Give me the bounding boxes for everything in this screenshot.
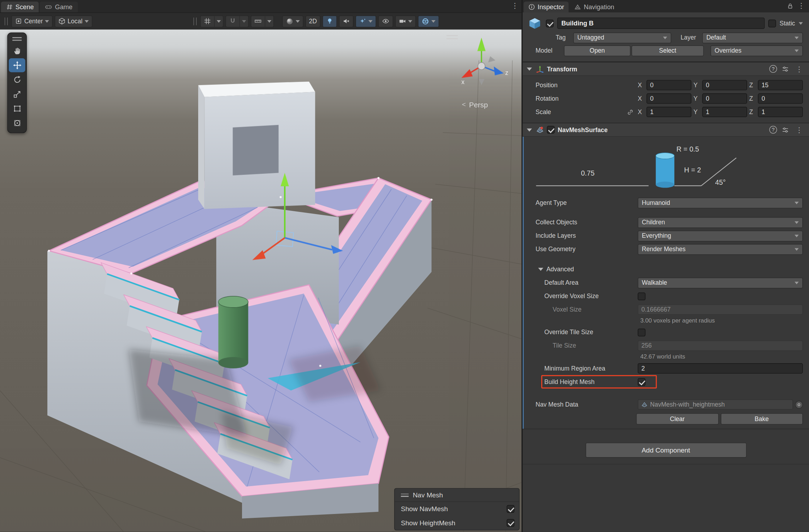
navmeshsurface-presets-icon[interactable]: [782, 126, 789, 133]
transform-help-icon[interactable]: ?: [769, 65, 777, 73]
collect-objects-dropdown[interactable]: Children: [638, 217, 803, 228]
effects-toggle-button[interactable]: [355, 15, 376, 27]
camera-settings-button[interactable]: [395, 15, 416, 27]
tab-navigation[interactable]: Navigation: [570, 1, 619, 12]
gameobject-name-field[interactable]: Building B: [557, 18, 764, 29]
inspector-menu-kebab-icon[interactable]: ⋮: [796, 2, 807, 9]
transform-kebab-icon[interactable]: ⋮: [793, 65, 805, 72]
model-select-button[interactable]: Select: [632, 45, 704, 56]
show-navmesh-checkbox[interactable]: [507, 505, 514, 513]
view-hand-tool[interactable]: [9, 44, 25, 58]
scene-tabbar: Scene Game ⋮: [0, 0, 522, 12]
measure-caret-button[interactable]: [265, 15, 274, 27]
scale-y-field[interactable]: 1: [702, 107, 747, 117]
include-layers-row: Include Layers Everything: [522, 229, 809, 242]
overrides-dropdown[interactable]: Overrides: [710, 45, 803, 56]
grid-visibility-button[interactable]: [200, 15, 214, 27]
nav-mesh-overlay-handle-icon: [401, 493, 409, 497]
toolbar-drag-handle-2[interactable]: [193, 17, 196, 25]
layer-dropdown[interactable]: Default: [702, 32, 803, 43]
scene-visibility-button[interactable]: [378, 15, 393, 27]
axis-z-label[interactable]: z: [505, 69, 508, 76]
position-x-field[interactable]: 0: [646, 80, 691, 90]
pivot-center-icon: [15, 18, 22, 25]
rotation-x-field[interactable]: 0: [646, 93, 691, 104]
cylinder-obstacle[interactable]: [218, 296, 248, 368]
transform-header[interactable]: Transform ? ⋮: [522, 62, 809, 76]
advanced-foldout[interactable]: Advanced: [522, 262, 809, 276]
min-region-field[interactable]: 2: [638, 363, 803, 373]
include-layers-dropdown[interactable]: Everything: [638, 230, 803, 241]
tower-structure[interactable]: [198, 82, 315, 209]
scene-viewport[interactable]: x z < Persp: [0, 29, 522, 532]
axis-z: Z: [749, 108, 756, 116]
persp-label[interactable]: Persp: [469, 101, 488, 109]
nav-mesh-overlay-header[interactable]: Nav Mesh: [395, 489, 519, 502]
tab-game[interactable]: Game: [40, 1, 78, 12]
collect-objects-row: Collect Objects Children: [522, 215, 809, 229]
tool-handle-rotation-button[interactable]: Local: [55, 15, 92, 27]
snap-toggle-button[interactable]: [225, 15, 240, 27]
rect-tool[interactable]: [9, 102, 25, 116]
navmeshsurface-enabled-checkbox[interactable]: [547, 126, 555, 134]
scene-menu-kebab-icon[interactable]: ⋮: [509, 2, 521, 9]
rotation-z-field[interactable]: 0: [758, 93, 803, 104]
object-picker-icon[interactable]: [795, 401, 803, 408]
lighting-toggle-button[interactable]: [323, 15, 337, 27]
rotation-y-field[interactable]: 0: [702, 93, 747, 104]
default-area-dropdown[interactable]: Walkable: [638, 277, 803, 288]
gizmos-toggle-button[interactable]: [418, 15, 439, 27]
rotate-tool[interactable]: [9, 73, 25, 87]
navmeshsurface-help-icon[interactable]: ?: [769, 126, 777, 134]
bake-button-label: Bake: [755, 415, 769, 422]
use-geometry-dropdown[interactable]: Render Meshes: [638, 244, 803, 255]
persp-arrow-icon[interactable]: <: [462, 101, 466, 108]
tool-handle-position-button[interactable]: Center: [11, 15, 53, 27]
transform-tool[interactable]: [9, 116, 25, 130]
grid-options-caret-button[interactable]: [214, 15, 223, 27]
navmeshsurface-foldout-icon[interactable]: [527, 128, 532, 131]
model-open-button[interactable]: Open: [564, 45, 630, 56]
add-component-button[interactable]: Add Component: [585, 443, 746, 457]
toolstrip-drag-handle[interactable]: [9, 34, 25, 43]
nav-mesh-data-field[interactable]: NavMesh-with_heightmesh: [638, 399, 793, 409]
overrides-label: Overrides: [715, 47, 742, 54]
lock-icon[interactable]: [787, 2, 793, 9]
override-tile-checkbox[interactable]: [638, 329, 645, 336]
orientation-label: Local: [67, 18, 82, 25]
scale-x-field[interactable]: 1: [646, 107, 691, 117]
bake-button[interactable]: Bake: [721, 413, 803, 425]
position-z-field[interactable]: 15: [758, 80, 803, 90]
toolbar-drag-handle[interactable]: [5, 17, 8, 25]
navmeshsurface-kebab-icon[interactable]: ⋮: [793, 126, 805, 133]
build-height-mesh-label: Build Height Mesh: [544, 378, 638, 385]
axis-x-label[interactable]: x: [461, 78, 465, 85]
clear-button[interactable]: Clear: [636, 413, 719, 425]
tab-inspector[interactable]: Inspector: [524, 1, 569, 12]
tab-scene[interactable]: Scene: [1, 1, 39, 12]
move-tool[interactable]: [9, 58, 25, 72]
build-height-mesh-checkbox[interactable]: [638, 378, 645, 386]
tag-caret-icon: [663, 36, 667, 39]
measure-tool-button[interactable]: [250, 15, 265, 27]
override-voxel-checkbox[interactable]: [638, 292, 645, 300]
scene-tab-label: Scene: [16, 3, 34, 10]
navmeshsurface-header[interactable]: NavMeshSurface ? ⋮: [522, 123, 809, 137]
2d-toggle-button[interactable]: 2D: [305, 15, 320, 27]
static-checkbox[interactable]: [768, 19, 776, 27]
audio-toggle-button[interactable]: [339, 15, 354, 27]
static-flags-caret-icon[interactable]: [799, 22, 803, 24]
transform-foldout-icon[interactable]: [527, 67, 532, 71]
scene-3d-render[interactable]: x z < Persp: [0, 29, 522, 532]
show-heightmesh-checkbox[interactable]: [507, 519, 514, 527]
transform-presets-icon[interactable]: [782, 65, 789, 72]
scale-tool[interactable]: [9, 87, 25, 101]
snap-options-caret-button[interactable]: [240, 15, 249, 27]
position-y-field[interactable]: 0: [702, 80, 747, 90]
scale-z-field[interactable]: 1: [758, 107, 803, 117]
agent-type-dropdown[interactable]: Humanoid: [638, 197, 803, 208]
draw-mode-button[interactable]: [282, 15, 303, 27]
scale-link-icon[interactable]: [627, 108, 634, 115]
tag-dropdown[interactable]: Untagged: [573, 32, 671, 43]
gameobject-enabled-checkbox[interactable]: [546, 19, 554, 27]
